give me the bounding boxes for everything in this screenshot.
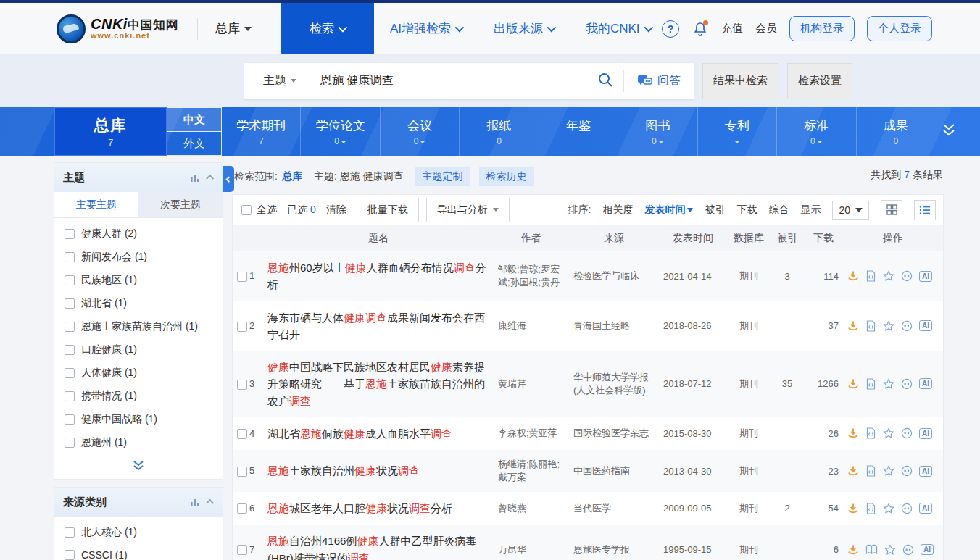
search-icon[interactable] [597, 72, 613, 91]
book-read-button[interactable] [865, 544, 878, 555]
db-nav-item-成果[interactable]: 成果0 [856, 107, 935, 156]
sort-option-综合[interactable]: 综合 [768, 204, 789, 217]
result-source[interactable]: 国际检验医学杂志 [569, 417, 659, 450]
row-checkbox[interactable] [237, 467, 247, 477]
sort-option-被引[interactable]: 被引 [705, 204, 725, 217]
html-read-button[interactable] [865, 378, 876, 390]
checkbox[interactable] [65, 527, 75, 538]
favorite-button[interactable] [883, 503, 894, 514]
html-read-button[interactable] [865, 465, 876, 477]
filter-item[interactable]: 携带情况 (1) [54, 385, 223, 408]
page-size-select[interactable]: 20 [832, 201, 869, 220]
cite-button[interactable] [901, 465, 913, 477]
recharge-link[interactable]: 充值 [721, 22, 743, 35]
filter-item[interactable]: CSSCI (1) [54, 544, 223, 560]
lang-tab-foreign[interactable]: 外文 [167, 132, 222, 156]
result-database[interactable]: 期刊 [727, 301, 771, 351]
html-read-button[interactable] [865, 427, 876, 439]
db-nav-item-会议[interactable]: 会议0 [380, 107, 459, 156]
checkbox[interactable] [65, 322, 75, 332]
download-button[interactable] [847, 378, 859, 390]
result-title-link[interactable]: 恩施自治州4166例健康人群中乙型肝炎病毒(HBr)携带情况的调查 [267, 535, 476, 560]
checkbox[interactable] [65, 275, 75, 285]
result-database[interactable]: 期刊 [727, 492, 771, 525]
export-analyze-button[interactable]: 导出与分析 [426, 198, 510, 222]
search-input[interactable] [310, 75, 597, 88]
html-read-button[interactable] [865, 270, 876, 282]
html-read-button[interactable] [865, 320, 876, 332]
row-checkbox[interactable] [237, 429, 247, 439]
ai-assist-button[interactable]: AI [921, 544, 934, 555]
filter-item[interactable]: 健康中国战略 (1) [54, 408, 223, 431]
result-title-link[interactable]: 恩施城区老年人口腔健康状况调查分析 [267, 502, 452, 514]
result-source[interactable]: 华中师范大学学报(人文社会科学版) [569, 351, 659, 417]
result-database[interactable]: 期刊 [727, 450, 771, 492]
scope-database-link[interactable]: 总库 [282, 170, 302, 183]
lang-tab-chinese[interactable]: 中文 [167, 107, 222, 132]
clear-selection-button[interactable]: 清除 [326, 204, 346, 217]
favorite-button[interactable] [883, 427, 894, 439]
member-link[interactable]: 会员 [755, 22, 777, 35]
result-authors[interactable]: 杨继清;陈丽艳;戴万案 [494, 450, 569, 492]
row-checkbox[interactable] [237, 272, 247, 282]
filter-item[interactable]: 恩施州 (1) [54, 431, 223, 454]
filter-item[interactable]: 恩施土家族苗族自治州 (1) [54, 315, 223, 338]
menu-my-cnki[interactable]: 我的CNKI [586, 20, 651, 37]
cite-button[interactable] [901, 427, 913, 439]
row-checkbox[interactable] [237, 380, 247, 390]
cite-button[interactable] [901, 503, 913, 514]
cnki-logo[interactable]: CNKi中国知网 www.cnki.net [57, 14, 178, 43]
search-settings-button[interactable]: 检索设置 [787, 63, 852, 99]
download-button[interactable] [847, 270, 859, 282]
favorite-button[interactable] [883, 378, 894, 390]
row-checkbox[interactable] [237, 503, 247, 514]
sort-option-相关度[interactable]: 相关度 [602, 204, 633, 217]
ai-assist-button[interactable]: AI [919, 271, 932, 282]
sort-option-下载[interactable]: 下载 [736, 204, 757, 217]
topic-custom-chip[interactable]: 主题定制 [415, 167, 470, 186]
result-source[interactable]: 恩施医专学报 [569, 525, 659, 560]
download-button[interactable] [847, 320, 859, 332]
select-all-checkbox[interactable] [241, 205, 252, 215]
ai-assist-button[interactable]: AI [919, 378, 932, 389]
download-button[interactable] [847, 465, 859, 477]
row-checkbox[interactable] [237, 322, 247, 332]
filter-item[interactable]: 健康人群 (2) [54, 222, 223, 246]
db-nav-item-标准[interactable]: 标准0 [776, 107, 855, 156]
result-database[interactable]: 期刊 [727, 251, 771, 301]
db-nav-item-学位论文[interactable]: 学位论文0 [300, 107, 379, 156]
result-authors[interactable]: 邹毅;曾琼;罗宏斌;孙国根;贵丹 [494, 251, 569, 301]
menu-ai-search[interactable]: AI增强检索 [390, 20, 462, 37]
notification-bell-icon[interactable] [692, 20, 709, 38]
result-title-link[interactable]: 恩施土家族自治州健康状况调查 [267, 464, 420, 477]
db-nav-item-年鉴[interactable]: 年鉴 [539, 107, 618, 156]
grid-view-button[interactable] [881, 200, 902, 220]
result-database[interactable]: 期刊 [727, 525, 771, 560]
checkbox[interactable] [65, 229, 75, 239]
checkbox[interactable] [65, 252, 75, 262]
batch-download-button[interactable]: 批量下载 [357, 198, 419, 222]
result-source[interactable]: 当代医学 [569, 492, 659, 525]
favorite-button[interactable] [883, 270, 894, 282]
result-authors[interactable]: 万昆华 [494, 525, 569, 560]
result-database[interactable]: 期刊 [727, 417, 771, 450]
checkbox[interactable] [65, 368, 75, 378]
cite-button[interactable] [901, 270, 913, 282]
result-authors[interactable]: 康维海 [494, 301, 569, 351]
db-nav-item-专利[interactable]: 专利 [697, 107, 776, 156]
list-view-button[interactable] [914, 200, 936, 220]
search-in-results-button[interactable]: 结果中检索 [702, 63, 778, 99]
search-field-select[interactable]: 主题 [244, 73, 310, 88]
tab-primary-topics[interactable]: 主要主题 [54, 192, 138, 217]
source-type-header[interactable]: 来源类别 [54, 488, 223, 517]
cite-button[interactable] [901, 378, 913, 390]
qa-button[interactable]: 问答 [623, 70, 694, 92]
ai-assist-button[interactable]: AI [919, 428, 932, 439]
collapse-section-icon[interactable] [206, 499, 214, 507]
db-nav-item-图书[interactable]: 图书0 [618, 107, 697, 156]
filter-item[interactable]: 新闻发布会 (1) [54, 246, 223, 269]
result-source[interactable]: 青海国土经略 [569, 301, 659, 351]
result-title-link[interactable]: 湖北省恩施侗族健康成人血脂水平调查 [267, 427, 452, 440]
chart-icon[interactable] [190, 173, 201, 183]
filter-item[interactable]: 人体健康 (1) [54, 362, 223, 385]
